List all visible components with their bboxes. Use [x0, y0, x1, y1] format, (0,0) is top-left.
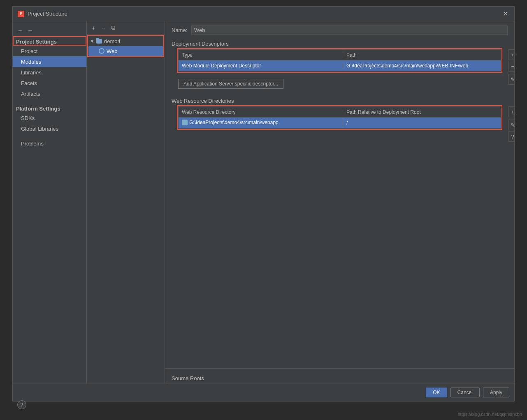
- watermark: https://blog.csdn.net/qsjfnslhxbh: [457, 412, 522, 417]
- web-icon: [98, 48, 105, 54]
- source-roots-title: Source Roots: [165, 368, 514, 383]
- platform-settings-label: Platform Settings: [13, 103, 86, 113]
- tree-content: ▼ demo4 Web: [87, 35, 165, 383]
- directory-icon: [182, 120, 188, 125]
- sidebar-item-project[interactable]: Project: [13, 46, 86, 56]
- dialog-footer: OK Cancel Apply: [13, 383, 514, 401]
- web-resource-help-button[interactable]: ?: [508, 131, 514, 142]
- sidebar-item-libraries[interactable]: Libraries: [13, 67, 86, 78]
- close-button[interactable]: ✕: [501, 10, 509, 18]
- path-column-header: Path: [343, 52, 501, 58]
- deployment-table-wrapper: Type Path Web Module Deployment Descript…: [172, 49, 508, 72]
- expand-icon: ▼: [90, 39, 95, 44]
- name-label: Name:: [172, 27, 188, 33]
- dialog-title: Project Structure: [28, 11, 501, 17]
- project-structure-dialog: P Project Structure ✕ ← → Project Settin…: [12, 6, 515, 402]
- dialog-body: ← → Project Settings Project Modules Lib…: [13, 21, 514, 383]
- sidebar-item-problems[interactable]: Problems: [13, 138, 86, 149]
- web-resource-table-header: Web Resource Directory Path Relative to …: [179, 107, 501, 118]
- web-resource-row-0[interactable]: G:\IdeaProjects\demo4\src\main\webapp /: [179, 118, 501, 128]
- web-resource-add-button[interactable]: +: [508, 106, 514, 117]
- sidebar-item-artifacts[interactable]: Artifacts: [13, 88, 86, 99]
- deployment-add-button[interactable]: +: [508, 49, 514, 60]
- sidebar-item-facets[interactable]: Facets: [13, 78, 86, 88]
- add-descriptor-wrapper: Add Application Server specific descript…: [165, 72, 514, 96]
- web-resource-path-cell: /: [343, 120, 501, 126]
- deployment-edit-button[interactable]: ✎: [508, 74, 514, 85]
- name-input[interactable]: [191, 25, 508, 35]
- tree-copy-button[interactable]: ⧉: [109, 24, 117, 32]
- sidebar-item-global-libraries[interactable]: Global Libraries: [13, 123, 86, 134]
- sidebar-item-modules[interactable]: Modules: [13, 56, 86, 67]
- main-content: Name: Deployment Descriptors Type Path W…: [165, 21, 514, 383]
- deployment-table: Type Path Web Module Deployment Descript…: [178, 49, 501, 72]
- tree-node-demo4[interactable]: ▼ demo4: [88, 36, 163, 46]
- sidebar: ← → Project Settings Project Modules Lib…: [13, 21, 87, 383]
- apply-button[interactable]: Apply: [483, 388, 509, 397]
- name-row: Name:: [165, 21, 514, 39]
- type-column-header: Type: [179, 52, 343, 58]
- tree-remove-button[interactable]: −: [99, 24, 107, 32]
- add-descriptor-button[interactable]: Add Application Server specific descript…: [178, 79, 283, 89]
- deployment-side-buttons: + − ✎: [508, 49, 514, 85]
- project-settings-label: Project Settings: [13, 36, 86, 46]
- web-resource-directory-cell: G:\IdeaProjects\demo4\src\main\webapp: [179, 120, 343, 127]
- web-resource-side-buttons: + ✎ ?: [508, 106, 514, 143]
- cancel-button[interactable]: Cancel: [450, 388, 480, 397]
- tree-node-web[interactable]: Web: [88, 46, 163, 56]
- sidebar-item-sdks[interactable]: SDKs: [13, 113, 86, 123]
- deployment-descriptors-title: Deployment Descriptors: [165, 39, 514, 49]
- back-button[interactable]: ←: [16, 26, 24, 35]
- app-icon: P: [18, 11, 24, 17]
- tree-highlighted-region: ▼ demo4 Web: [88, 36, 163, 56]
- nav-row: ← →: [13, 25, 86, 36]
- ok-button[interactable]: OK: [426, 388, 447, 397]
- directory-column-header: Web Resource Directory: [179, 109, 343, 115]
- forward-button[interactable]: →: [26, 26, 34, 35]
- folder-icon: [96, 38, 102, 44]
- tree-toolbar: + − ⧉: [87, 21, 165, 35]
- web-resource-table: Web Resource Directory Path Relative to …: [178, 106, 501, 129]
- help-button[interactable]: ?: [17, 400, 26, 409]
- deployment-remove-button[interactable]: −: [508, 61, 514, 72]
- module-tree: + − ⧉ ▼ demo4: [87, 21, 165, 383]
- path-relative-column-header: Path Relative to Deployment Root: [343, 109, 501, 115]
- tree-add-button[interactable]: +: [89, 24, 98, 32]
- deployment-path-cell: G:\IdeaProjects\demo4\src\main\webapp\WE…: [343, 63, 501, 69]
- web-resource-table-wrapper: Web Resource Directory Path Relative to …: [172, 106, 508, 129]
- deployment-table-header: Type Path: [179, 50, 501, 60]
- deployment-type-cell: Web Module Deployment Descriptor: [179, 63, 343, 69]
- title-bar: P Project Structure ✕: [13, 7, 514, 21]
- deployment-row-0[interactable]: Web Module Deployment Descriptor G:\Idea…: [179, 60, 501, 71]
- web-resource-title: Web Resource Directories: [165, 96, 514, 106]
- web-resource-edit-button[interactable]: ✎: [508, 120, 514, 130]
